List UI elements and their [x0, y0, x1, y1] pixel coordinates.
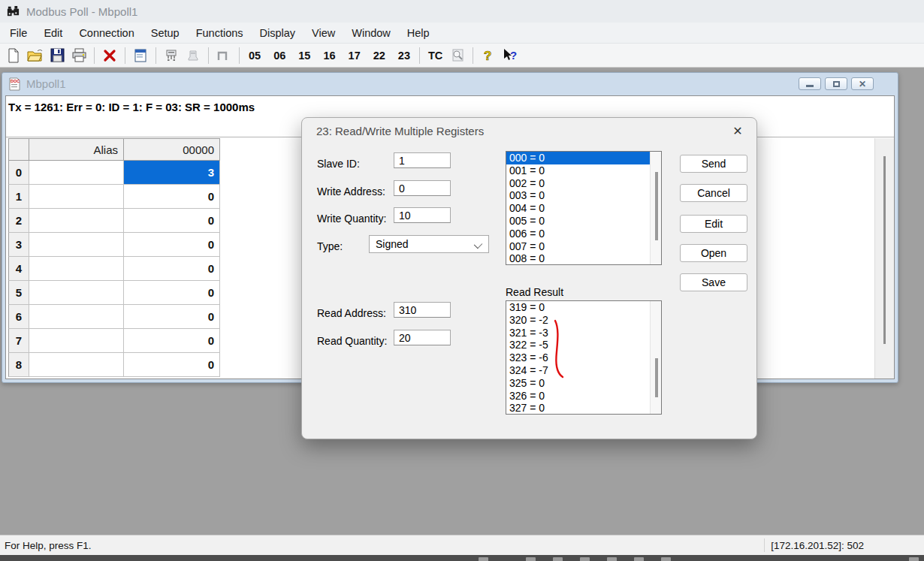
edit-button[interactable]: Edit	[680, 215, 747, 233]
value-cell[interactable]: 0	[124, 209, 220, 233]
connect-icon[interactable]	[163, 47, 180, 64]
function-code-button[interactable]: 16	[321, 50, 337, 62]
open-file-icon[interactable]	[27, 47, 44, 64]
alias-cell[interactable]	[29, 257, 124, 281]
list-item[interactable]: 327 = 0	[506, 402, 661, 415]
menu-item[interactable]: File	[2, 24, 35, 42]
delete-icon[interactable]	[101, 47, 118, 64]
function-code-button[interactable]: 05	[246, 50, 263, 62]
function-code-button[interactable]: 17	[346, 50, 363, 62]
write-address-input[interactable]	[394, 180, 451, 196]
send-button[interactable]: Send	[680, 155, 747, 173]
value-cell[interactable]: 0	[124, 185, 220, 209]
grid-corner-header[interactable]	[8, 138, 29, 161]
context-help-icon[interactable]: ?	[502, 47, 518, 64]
list-item[interactable]: 326 = 0	[506, 390, 661, 403]
menu-item[interactable]: Functions	[188, 24, 252, 42]
row-header-cell[interactable]: 2	[8, 209, 29, 233]
menu-item[interactable]: Help	[399, 24, 438, 42]
row-header-cell[interactable]: 5	[8, 281, 29, 305]
minimize-button[interactable]	[799, 77, 821, 90]
value-cell[interactable]: 0	[124, 233, 220, 257]
list-item[interactable]: 007 = 0	[506, 240, 661, 253]
slave-id-input[interactable]	[394, 152, 451, 168]
value-cell[interactable]: 0	[124, 257, 220, 281]
write-values-listbox[interactable]: 000 = 0001 = 0002 = 0003 = 0004 = 0005 =…	[506, 151, 662, 265]
scrollbar-thumb[interactable]	[655, 358, 658, 397]
menu-item[interactable]: View	[303, 24, 343, 42]
function-code-button[interactable]: 06	[271, 50, 288, 62]
write-quantity-input[interactable]	[394, 207, 451, 223]
type-dropdown[interactable]: Signed	[369, 235, 489, 253]
list-item[interactable]: 006 = 0	[506, 228, 661, 240]
row-header-cell[interactable]: 7	[8, 329, 29, 353]
list-item[interactable]: 008 = 0	[506, 252, 661, 265]
list-item[interactable]: 321 = -3	[506, 327, 661, 339]
list-item[interactable]: 323 = -6	[506, 351, 661, 364]
list-item[interactable]: 320 = -2	[506, 314, 661, 327]
save-button[interactable]: Save	[680, 273, 747, 291]
row-header-cell[interactable]: 8	[8, 353, 29, 377]
close-button[interactable]: ✕	[851, 77, 874, 90]
vertical-scrollbar[interactable]	[874, 138, 894, 379]
save-icon[interactable]	[49, 47, 65, 64]
alias-cell[interactable]	[29, 161, 124, 185]
row-header-cell[interactable]: 4	[8, 257, 29, 281]
value-cell[interactable]: 0	[124, 281, 220, 305]
menu-item[interactable]: Edit	[35, 24, 71, 42]
scrollbar-thumb[interactable]	[655, 172, 658, 240]
menu-item[interactable]: Window	[343, 24, 399, 42]
list-item[interactable]: 003 = 0	[506, 189, 661, 202]
read-listbox-scrollbar[interactable]	[650, 301, 661, 414]
list-item[interactable]: 319 = 0	[506, 301, 661, 314]
open-button[interactable]: Open	[680, 244, 747, 262]
alias-cell[interactable]	[29, 329, 124, 353]
setup-window-icon[interactable]	[132, 47, 149, 64]
test-center-button[interactable]: TC	[427, 50, 444, 62]
row-header-cell[interactable]: 3	[8, 233, 29, 257]
row-header-cell[interactable]: 0	[8, 161, 29, 185]
child-titlebar[interactable]: DOC Mbpoll1 ✕	[2, 73, 898, 95]
list-item[interactable]: 000 = 0	[506, 152, 661, 164]
list-item[interactable]: 001 = 0	[506, 164, 661, 177]
list-item[interactable]: 004 = 0	[506, 202, 661, 215]
row-header-cell[interactable]: 6	[8, 305, 29, 329]
alias-column-header[interactable]: Alias	[29, 138, 124, 161]
function-code-button[interactable]: 15	[296, 50, 313, 62]
list-item[interactable]: 325 = 0	[506, 377, 661, 390]
menu-item[interactable]: Connection	[71, 24, 142, 42]
value-cell[interactable]: 0	[124, 353, 220, 377]
list-item[interactable]: 324 = -7	[506, 364, 661, 377]
value-cell[interactable]: 0	[124, 329, 220, 353]
read-quantity-input[interactable]	[394, 330, 451, 345]
menu-item[interactable]: Display	[252, 24, 304, 42]
function-code-button[interactable]: 23	[396, 50, 412, 62]
list-item[interactable]: 005 = 0	[506, 215, 661, 228]
alias-cell[interactable]	[29, 233, 124, 257]
alias-cell[interactable]	[29, 185, 124, 209]
function-code-button[interactable]: 22	[371, 50, 388, 62]
single-poll-icon[interactable]	[216, 47, 232, 64]
cancel-button[interactable]: Cancel	[680, 184, 747, 202]
value-cell[interactable]: 3	[124, 161, 220, 185]
value-column-header[interactable]: 00000	[124, 138, 220, 161]
menu-item[interactable]: Setup	[143, 24, 188, 42]
communication-traffic-icon[interactable]	[449, 47, 466, 64]
alias-cell[interactable]	[29, 305, 124, 329]
list-item[interactable]: 002 = 0	[506, 177, 661, 190]
read-address-input[interactable]	[394, 302, 451, 318]
list-item[interactable]: 322 = -5	[506, 339, 661, 351]
alias-cell[interactable]	[29, 353, 124, 377]
print-icon[interactable]	[71, 47, 87, 64]
value-cell[interactable]: 0	[124, 305, 220, 329]
row-header-cell[interactable]: 1	[8, 185, 29, 209]
new-file-icon[interactable]	[5, 47, 22, 64]
alias-cell[interactable]	[29, 281, 124, 305]
restore-button[interactable]	[825, 77, 847, 90]
read-result-listbox[interactable]: 319 = 0320 = -2321 = -3322 = -5323 = -63…	[506, 300, 662, 415]
write-listbox-scrollbar[interactable]	[650, 152, 661, 264]
scrollbar-thumb[interactable]	[883, 156, 886, 344]
help-icon[interactable]: ?	[480, 47, 497, 64]
dialog-close-icon[interactable]: ✕	[729, 123, 746, 140]
alias-cell[interactable]	[29, 209, 124, 233]
